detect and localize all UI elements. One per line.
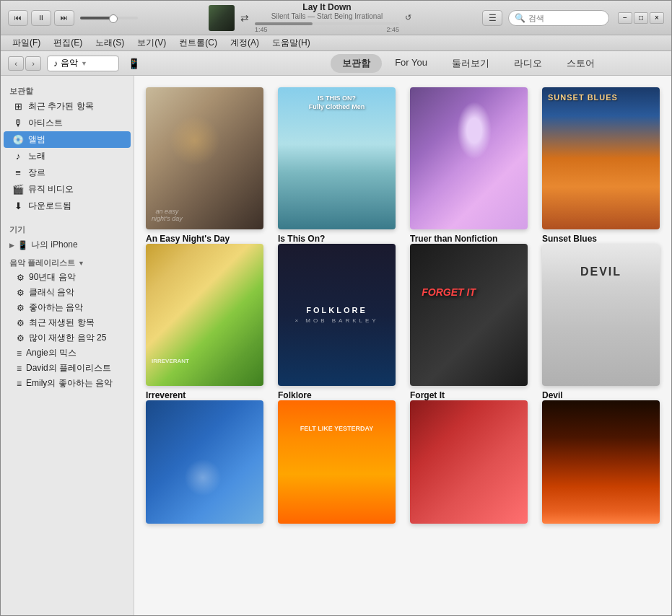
sidebar-item-songs[interactable]: ♪ 노래 <box>1 148 134 164</box>
playlist-item-angie[interactable]: ≡ Angie의 믹스 <box>1 346 134 361</box>
prev-button[interactable]: ⏮ <box>8 10 28 26</box>
playlist-angie-icon: ≡ <box>17 348 22 358</box>
album-name: Truer than Nonfiction <box>410 234 528 244</box>
track-title: Lay It Down <box>302 2 351 12</box>
menu-file[interactable]: 파일(F) <box>6 35 46 50</box>
tab-radio[interactable]: 라디오 <box>502 54 554 73</box>
album-art-text: IS THIS ON?Fully Clothed Men <box>303 94 371 111</box>
artists-icon: 🎙 <box>12 118 24 128</box>
sidebar-label-music-videos: 뮤직 비디오 <box>28 183 74 195</box>
now-playing-area: ⇄ Lay It Down Silent Tails — Start Being… <box>144 2 476 33</box>
source-selector[interactable]: ♪ 음악 ▼ <box>47 56 119 71</box>
sidebar-item-artists[interactable]: 🎙 아티스트 <box>1 115 134 131</box>
content-area: an easynight's day An Easy Night's Day T… <box>134 76 671 615</box>
sidebar-item-iphone[interactable]: ▶ 📱 나의 iPhone <box>1 237 134 253</box>
playlist-item-emily[interactable]: ≡ Emily의 좋아하는 음악 <box>1 376 134 391</box>
back-button[interactable]: ‹ <box>8 56 24 71</box>
menu-edit[interactable]: 편집(E) <box>48 35 88 50</box>
songs-icon: ♪ <box>12 151 24 162</box>
playlist-david-label: David의 플레이리스트 <box>26 362 111 374</box>
album-card[interactable]: FOLKLORE× MOB BARKLEY Folklore Mob Barkl… <box>278 244 396 386</box>
playlist-emily-icon: ≡ <box>17 379 22 389</box>
playlist-item-favorites[interactable]: ⚙ 좋아하는 음악 <box>1 300 134 315</box>
album-cover: an easynight's day <box>146 87 263 229</box>
album-card[interactable]: Truer than Nonfiction Good Secularism <box>410 87 528 229</box>
playlist-recent-label: 최근 재생된 항목 <box>29 317 95 329</box>
library-section-title: 보관할 <box>1 82 134 98</box>
playlist-angie-label: Angie의 믹스 <box>26 347 77 359</box>
maximize-button[interactable]: □ <box>634 12 648 24</box>
playlist-item-90s[interactable]: ⚙ 90년대 음악 <box>1 270 134 285</box>
track-progress-fill <box>255 22 313 25</box>
album-cover <box>410 87 528 229</box>
track-progress-bar[interactable] <box>255 22 399 25</box>
album-card[interactable]: an easynight's day An Easy Night's Day T… <box>146 87 263 229</box>
repeat-button[interactable]: ↺ <box>405 13 411 22</box>
sidebar-item-downloaded[interactable]: ⬇ 다운로드됨 <box>1 198 134 214</box>
menu-song[interactable]: 노래(S) <box>90 35 130 50</box>
menu-help[interactable]: 도움말(H) <box>266 35 316 50</box>
playlist-recent-icon: ⚙ <box>17 318 25 328</box>
tab-for-you[interactable]: For You <box>383 54 439 73</box>
genres-icon: ≡ <box>12 167 24 178</box>
album-card[interactable] <box>278 400 396 524</box>
sidebar-item-albums[interactable]: 💿 앨범 <box>4 131 131 148</box>
tab-browse[interactable]: 둘러보기 <box>440 54 501 73</box>
playlist-favorites-icon: ⚙ <box>17 303 25 313</box>
tab-store[interactable]: 스토어 <box>555 54 606 73</box>
album-card[interactable]: Devil Sally McFenson <box>542 244 660 386</box>
sidebar-label-recent: 최근 추가된 항목 <box>28 100 94 113</box>
source-dropdown-icon: ▼ <box>81 60 87 67</box>
playlist-item-classic[interactable]: ⚙ 클래식 음악 <box>1 285 134 300</box>
album-card[interactable] <box>542 400 660 524</box>
music-video-icon: 🎬 <box>12 184 24 195</box>
search-input[interactable] <box>528 14 603 22</box>
playlist-item-david[interactable]: ≡ David의 플레이리스트 <box>1 361 134 376</box>
sidebar-item-recent[interactable]: ⊞ 최근 추가된 항목 <box>1 98 134 115</box>
album-cover: IS THIS ON?Fully Clothed Men <box>278 87 396 229</box>
album-card[interactable] <box>146 400 263 524</box>
album-cover <box>542 400 660 524</box>
sidebar-item-genres[interactable]: ≡ 장르 <box>1 164 134 181</box>
sidebar-label-downloaded: 다운로드됨 <box>28 200 71 212</box>
album-cover <box>146 400 263 524</box>
tab-library[interactable]: 보관함 <box>331 54 382 73</box>
sidebar-label-iphone: 나의 iPhone <box>31 239 78 251</box>
playlist-90s-label: 90년대 음악 <box>29 271 76 283</box>
menu-controls[interactable]: 컨트롤(C) <box>173 35 223 50</box>
album-card[interactable]: IS THIS ON?Fully Clothed Men Is This On?… <box>278 87 396 229</box>
menu-account[interactable]: 계정(A) <box>224 35 265 50</box>
list-view-button[interactable]: ☰ <box>482 10 502 26</box>
album-card[interactable] <box>410 400 528 524</box>
playlists-section-title[interactable]: 음악 플레이리스트 ▼ <box>1 253 134 270</box>
source-label: 음악 <box>61 57 78 69</box>
menu-view[interactable]: 보기(V) <box>131 35 172 50</box>
device-icon: 📱 <box>128 58 140 69</box>
album-card[interactable]: Sunset Blues Jimmy Loot <box>542 87 660 229</box>
albums-icon: 💿 <box>12 134 24 145</box>
search-box[interactable]: 🔍 <box>508 10 609 26</box>
sidebar-item-music-videos[interactable]: 🎬 뮤직 비디오 <box>1 181 134 198</box>
album-cover: FOLKLORE× MOB BARKLEY <box>278 244 396 386</box>
play-pause-button[interactable]: ⏸ <box>31 10 51 26</box>
album-cover <box>146 244 263 386</box>
playlist-item-recent-played[interactable]: ⚙ 최근 재생된 항목 <box>1 315 134 330</box>
album-name: Devil <box>542 390 660 400</box>
playlist-item-top25[interactable]: ⚙ 많이 재생한 음악 25 <box>1 330 134 346</box>
album-card[interactable]: Irreverent Las Social Girls <box>146 244 263 386</box>
volume-slider[interactable] <box>80 17 138 19</box>
nav-tabs: 보관함 For You 둘러보기 라디오 스토어 <box>331 54 606 73</box>
track-artist: Silent Tails — Start Being Irrational <box>271 12 383 20</box>
playlist-classic-label: 클래식 음악 <box>29 286 74 299</box>
forward-button[interactable]: › <box>25 56 41 71</box>
playlist-emily-label: Emily의 좋아하는 음악 <box>26 377 113 390</box>
shuffle-button[interactable]: ⇄ <box>240 12 249 24</box>
close-button[interactable]: × <box>650 12 664 24</box>
next-button[interactable]: ⏭ <box>54 10 74 26</box>
sidebar-label-albums: 앨범 <box>28 133 45 146</box>
search-icon: 🔍 <box>515 13 525 23</box>
time-labels: 1:45 2:45 <box>255 26 399 33</box>
album-cover <box>278 400 396 524</box>
minimize-button[interactable]: − <box>618 12 632 24</box>
album-card[interactable]: Forget It Paradise <box>410 244 528 386</box>
